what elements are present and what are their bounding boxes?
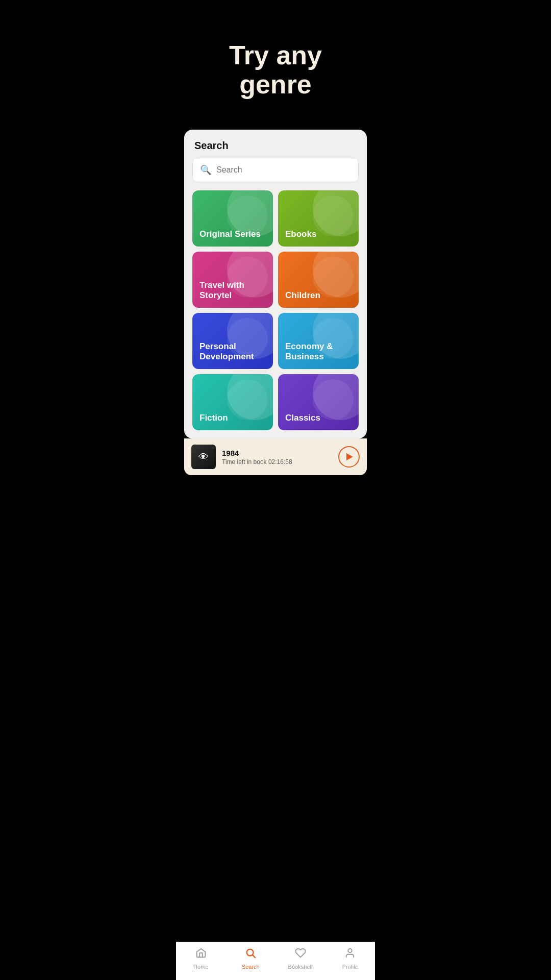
hero-title: Try any genre <box>176 0 375 130</box>
nav-item-bookshelf[interactable]: Bookshelf <box>282 947 319 970</box>
genre-label-travel-with-storytel: Travel with Storytel <box>199 280 266 301</box>
search-input-wrapper[interactable]: 🔍 <box>192 158 359 182</box>
now-playing-info: 1984 Time left in book 02:16:58 <box>222 449 332 465</box>
nav-label-profile: Profile <box>342 964 358 970</box>
nav-label-search: Search <box>242 964 260 970</box>
genre-label-children: Children <box>285 290 320 301</box>
bookshelf-icon <box>295 947 306 962</box>
nav-item-home[interactable]: Home <box>183 947 219 970</box>
now-playing-subtitle: Time left in book 02:16:58 <box>222 458 332 465</box>
genre-label-original-series: Original Series <box>199 229 261 239</box>
now-playing-thumbnail: 👁 <box>191 445 216 469</box>
home-icon <box>195 947 207 962</box>
genre-label-personal-development: Personal Development <box>199 341 266 362</box>
search-section: Search 🔍 Original Series Ebooks Travel w… <box>184 130 367 438</box>
genre-grid: Original Series Ebooks Travel with Story… <box>192 190 359 430</box>
page-content: Try any genre Search 🔍 Original Series E… <box>176 0 375 526</box>
bottom-navigation: Home Search Bookshelf Profile <box>176 942 375 980</box>
svg-point-2 <box>348 949 352 952</box>
genre-card-personal-development[interactable]: Personal Development <box>192 313 273 369</box>
search-icon: 🔍 <box>200 164 211 176</box>
nav-label-home: Home <box>193 964 208 970</box>
book-cover-icon: 👁 <box>198 451 209 463</box>
genre-card-children[interactable]: Children <box>278 252 359 308</box>
genre-label-ebooks: Ebooks <box>285 229 316 239</box>
nav-item-search[interactable]: Search <box>232 947 269 970</box>
genre-card-travel-with-storytel[interactable]: Travel with Storytel <box>192 252 273 308</box>
genre-card-economy-business[interactable]: Economy & Business <box>278 313 359 369</box>
genre-card-original-series[interactable]: Original Series <box>192 190 273 247</box>
genre-card-fiction[interactable]: Fiction <box>192 374 273 430</box>
genre-label-economy-business: Economy & Business <box>285 341 352 362</box>
search-input[interactable] <box>216 165 351 175</box>
nav-label-bookshelf: Bookshelf <box>288 964 313 970</box>
play-icon <box>346 453 353 460</box>
now-playing-bar[interactable]: 👁 1984 Time left in book 02:16:58 <box>184 438 367 475</box>
nav-item-profile[interactable]: Profile <box>332 947 368 970</box>
genre-card-classics[interactable]: Classics <box>278 374 359 430</box>
profile-icon <box>344 947 356 962</box>
svg-line-1 <box>253 955 255 958</box>
genre-label-classics: Classics <box>285 413 320 423</box>
play-button[interactable] <box>338 446 360 468</box>
search-nav-icon <box>245 947 256 962</box>
search-section-label: Search <box>192 140 359 152</box>
genre-card-ebooks[interactable]: Ebooks <box>278 190 359 247</box>
genre-label-fiction: Fiction <box>199 413 228 423</box>
now-playing-title: 1984 <box>222 449 332 457</box>
